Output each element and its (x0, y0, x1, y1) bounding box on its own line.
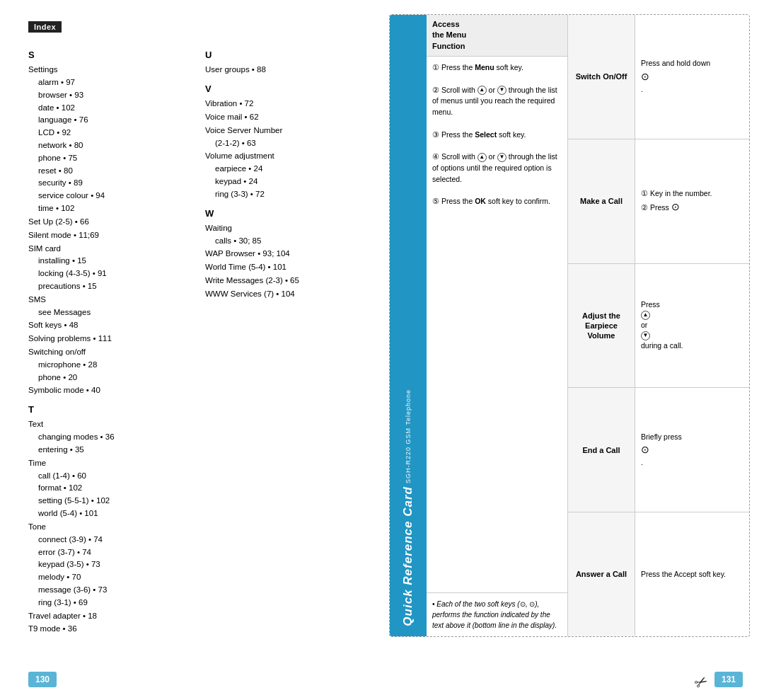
action-row-switch: Switch On/Off Press and hold down ⊙. (568, 15, 749, 139)
tone-subs: connect (3-9) • 74 error (3-7) • 74 keyp… (28, 534, 184, 609)
banner-subtitle: SGH-R220 GSM Telephone (405, 389, 412, 483)
action-row-end: End a Call Briefly press ⊙. (568, 388, 749, 512)
sms-subs: see Messages (28, 306, 184, 319)
down-icon: ▼ (497, 86, 507, 95)
index-col-1: S Settings alarm • 97 browser • 93 date … (28, 42, 184, 636)
entry-voicemail: Voice mail • 62 (205, 111, 361, 124)
entry-write-messages: Write Messages (2-3) • 65 (205, 275, 361, 287)
menu-access-footer: • Each of the two soft keys (⊙, ⊙), perf… (427, 592, 567, 636)
entry-setup: Set Up (2-5) • 66 (28, 216, 184, 229)
entry-volume: Volume adjustment earpiece • 24 keypad •… (205, 150, 361, 200)
vsn-subs: (2-1-2) • 63 (205, 137, 361, 150)
entry-wap: WAP Browser • 93; 104 (205, 248, 361, 260)
action-row-answer: Answer a Call Press the Accept soft key. (568, 512, 749, 636)
entry-switching: Switching on/off microphone • 28 phone •… (28, 346, 184, 384)
call-step2: ② Press ⊙ (641, 200, 743, 214)
index-label: Index (28, 21, 62, 33)
quick-reference-card: SGH-R220 GSM Telephone Quick Reference C… (389, 14, 750, 637)
entry-t9: T9 mode • 36 (28, 623, 184, 636)
entry-vibration: Vibration • 72 (205, 98, 361, 110)
menu-access-steps: ① Press the Menu soft key. ② Scroll with… (427, 57, 567, 592)
vol-down-icon: ▼ (641, 331, 650, 340)
vol-up-icon: ▲ (641, 311, 650, 320)
entry-symbolic: Symbolic mode • 40 (28, 384, 184, 397)
sim-subs: installing • 15 locking (4-3-5) • 91 pre… (28, 255, 184, 292)
left-page: Index S Settings alarm • 97 browser • 93… (0, 0, 382, 700)
action-label-volume: Adjust the Earpiece Volume (568, 264, 635, 388)
action-instructions-end: Briefly press ⊙. (635, 388, 749, 512)
action-row-volume: Adjust the Earpiece Volume Press ▲ or ▼ … (568, 264, 749, 389)
entry-www: WWW Services (7) • 104 (205, 288, 361, 301)
switching-subs: microphone • 28 phone • 20 (28, 359, 184, 384)
action-instructions-volume: Press ▲ or ▼ during a call. (635, 264, 749, 388)
entry-world-time: World Time (5-4) • 101 (205, 261, 361, 274)
section-t: T (28, 403, 184, 417)
right-page-number: 131 (714, 672, 743, 687)
call-step1: ① Key in the number. (641, 188, 743, 200)
entry-voice-server: Voice Server Number (2-1-2) • 63 (205, 125, 361, 150)
down-icon2: ▼ (497, 153, 507, 162)
entry-text: Text changing modes • 36 entering • 35 (28, 418, 184, 456)
left-page-number: 130 (28, 672, 57, 687)
volume-subs: earpiece • 24 keypad • 24 ring (3-3) • 7… (205, 163, 361, 200)
entry-waiting: Waiting calls • 30; 85 (205, 222, 361, 248)
action-label-switch: Switch On/Off (568, 15, 635, 139)
up-icon2: ▲ (478, 153, 487, 162)
entry-sim: SIM card installing • 15 locking (4-3-5)… (28, 243, 184, 293)
entry-soft-keys: Soft keys • 48 (28, 319, 184, 332)
section-v: V (205, 82, 361, 96)
entry-solving: Solving problems • 111 (28, 333, 184, 345)
qrc-content-area: Accessthe MenuFunction ① Press the Menu … (427, 15, 749, 636)
up-icon: ▲ (478, 86, 487, 95)
step-4: ④ Scroll with ▲ or ▼ through the list of… (432, 151, 562, 185)
action-row-call: Make a Call ① Key in the number. ② Press… (568, 139, 749, 264)
qrc-banner: SGH-R220 GSM Telephone Quick Reference C… (390, 15, 427, 636)
entry-sms: SMS see Messages (28, 294, 184, 319)
time-subs: call (1-4) • 60 format • 102 setting (5-… (28, 470, 184, 520)
action-instructions-switch: Press and hold down ⊙. (635, 15, 749, 139)
entry-user-groups: User groups • 88 (205, 64, 361, 76)
scissors-icon: ✂ (691, 671, 712, 694)
action-label-end: End a Call (568, 388, 635, 512)
step-1: ① Press the Menu soft key. (432, 62, 562, 74)
index-col-2: U User groups • 88 V Vibration • 72 Voic… (205, 42, 361, 636)
section-u: U (205, 48, 361, 62)
index-content: S Settings alarm • 97 browser • 93 date … (28, 42, 361, 636)
action-label-answer: Answer a Call (568, 512, 635, 636)
step-2: ② Scroll with ▲ or ▼ through the list of… (432, 85, 562, 118)
text-subs: changing modes • 36 entering • 35 (28, 431, 184, 457)
waiting-subs: calls • 30; 85 (205, 235, 361, 248)
menu-access-header: Accessthe MenuFunction (427, 15, 567, 57)
step-5: ⑤ Press the OK soft key to confirm. (432, 196, 562, 207)
entry-settings: Settings alarm • 97 browser • 93 date • … (28, 64, 184, 215)
action-label-call: Make a Call (568, 139, 635, 263)
settings-subs: alarm • 97 browser • 93 date • 102 langu… (28, 76, 184, 215)
actions-col: Switch On/Off Press and hold down ⊙. Mak… (568, 15, 749, 636)
right-page: SGH-R220 GSM Telephone Quick Reference C… (382, 0, 764, 700)
entry-tone: Tone connect (3-9) • 74 error (3-7) • 74… (28, 521, 184, 609)
section-s: S (28, 48, 184, 62)
section-w: W (205, 207, 361, 221)
step-3: ③ Press the Select soft key. (432, 130, 562, 141)
banner-title: Quick Reference Card (402, 486, 415, 626)
entry-silent: Silent mode • 11;69 (28, 229, 184, 242)
action-instructions-call: ① Key in the number. ② Press ⊙ (635, 139, 749, 263)
entry-travel: Travel adapter • 18 (28, 610, 184, 623)
page-container: Index S Settings alarm • 97 browser • 93… (0, 0, 764, 700)
action-instructions-answer: Press the Accept soft key. (635, 512, 749, 636)
menu-access-col: Accessthe MenuFunction ① Press the Menu … (427, 15, 568, 636)
entry-time: Time call (1-4) • 60 format • 102 settin… (28, 457, 184, 520)
